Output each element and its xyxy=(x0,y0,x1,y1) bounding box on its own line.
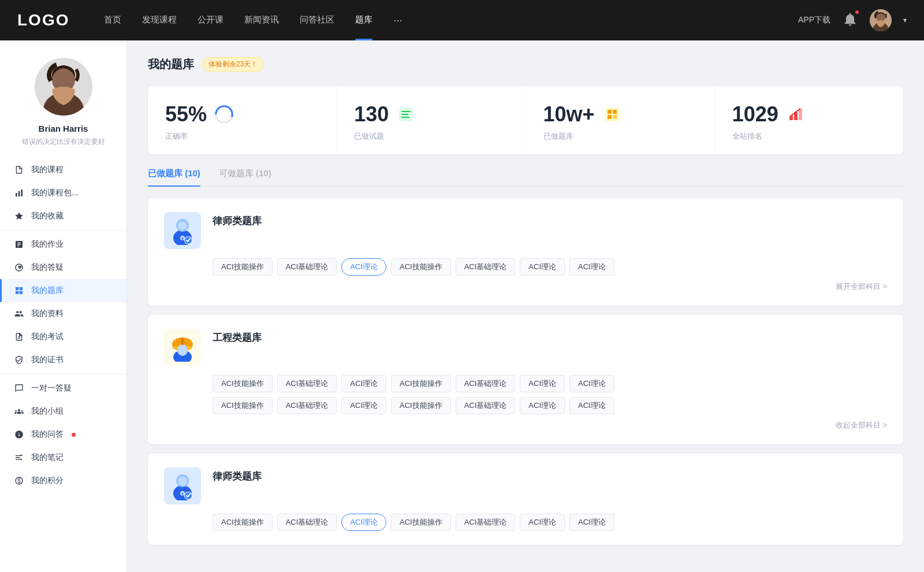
qbank-tabs: 已做题库 (10) 可做题库 (10) xyxy=(148,168,903,187)
qa-icon xyxy=(14,429,24,440)
nav-news[interactable]: 新闻资讯 xyxy=(244,14,279,27)
eng-tag-r1-4[interactable]: ACI基础理论 xyxy=(456,375,516,392)
app-download-link[interactable]: APP下载 xyxy=(798,15,830,25)
nav-discover[interactable]: 发现课程 xyxy=(142,14,177,27)
tag-1[interactable]: ACI基础理论 xyxy=(277,258,337,276)
eng-tag-r2-4[interactable]: ACI基础理论 xyxy=(456,397,516,414)
sidebar-item-certificates[interactable]: 我的证书 xyxy=(0,348,126,372)
note-icon xyxy=(14,452,24,463)
sidebar-label-notes: 我的笔记 xyxy=(31,452,64,463)
stat-value-ranking: 1029 xyxy=(732,102,778,127)
sidebar-item-my-qbank[interactable]: 我的题库 xyxy=(0,279,126,302)
l2-tag-6[interactable]: ACI理论 xyxy=(569,514,614,531)
qbank-tags-engineering-row2: ACI技能操作 ACI基础理论 ACI理论 ACI技能操作 ACI基础理论 AC… xyxy=(213,397,887,414)
tab-available-banks[interactable]: 可做题库 (10) xyxy=(219,168,271,186)
svg-rect-8 xyxy=(21,190,23,196)
eng-tag-r2-5[interactable]: ACI理论 xyxy=(520,397,565,414)
stat-ranking: 1029 全站排名 xyxy=(715,86,903,154)
eng-tag-r2-2[interactable]: ACI理论 xyxy=(341,397,386,414)
tag-6[interactable]: ACI理论 xyxy=(569,258,614,276)
tag-5[interactable]: ACI理论 xyxy=(520,258,565,276)
svg-rect-13 xyxy=(401,114,408,115)
eng-tag-r1-0[interactable]: ACI技能操作 xyxy=(213,375,273,392)
eng-tag-r1-3[interactable]: ACI技能操作 xyxy=(391,375,451,392)
eng-tag-r1-6[interactable]: ACI理论 xyxy=(569,375,614,392)
user-menu-chevron[interactable]: ▾ xyxy=(903,16,907,24)
user-avatar[interactable] xyxy=(870,9,892,31)
sidebar-item-my-qa[interactable]: 我的答疑 xyxy=(0,256,126,279)
l2-tag-1[interactable]: ACI基础理论 xyxy=(277,514,337,531)
stat-top-banks: 10w+ xyxy=(543,102,697,127)
sidebar-item-my-exams[interactable]: 我的考试 xyxy=(0,325,126,348)
nav-qa[interactable]: 问答社区 xyxy=(300,14,334,27)
collapse-link[interactable]: 收起全部科目 > xyxy=(164,420,887,430)
chat-icon xyxy=(14,383,24,393)
page-title: 我的题库 xyxy=(148,57,194,72)
page-header: 我的题库 体验剩余23天！ xyxy=(148,57,903,72)
svg-rect-6 xyxy=(16,193,17,196)
l2-tag-2-active[interactable]: ACI理论 xyxy=(341,514,386,531)
bar-icon xyxy=(14,188,24,198)
l2-tag-3[interactable]: ACI技能操作 xyxy=(391,514,451,531)
sidebar-label-favorites: 我的收藏 xyxy=(31,211,64,221)
logo[interactable]: LOGO xyxy=(17,11,69,29)
qbank-title-lawyer-2: 律师类题库 xyxy=(213,467,262,483)
stat-value-correct: 55% xyxy=(165,102,207,127)
tag-2-active[interactable]: ACI理论 xyxy=(341,258,386,276)
page-wrapper: Brian Harris 错误的决定比没有决定要好 我的课程 我的课程包... xyxy=(0,40,924,572)
nav-qbank[interactable]: 题库 xyxy=(355,14,372,27)
star-icon xyxy=(14,211,24,221)
eng-tag-r1-5[interactable]: ACI理论 xyxy=(520,375,565,392)
sidebar-label-my-courses: 我的课程 xyxy=(31,165,64,175)
nav-home[interactable]: 首页 xyxy=(104,14,121,27)
tag-3[interactable]: ACI技能操作 xyxy=(391,258,451,276)
qbank-title-lawyer-1: 律师类题库 xyxy=(213,212,262,228)
question-icon xyxy=(14,262,24,273)
tag-4[interactable]: ACI基础理论 xyxy=(456,258,516,276)
qbank-card-lawyer-1: 律师类题库 ACI技能操作 ACI基础理论 ACI理论 ACI技能操作 ACI基… xyxy=(148,198,903,306)
sidebar-user-name: Brian Harris xyxy=(39,124,88,133)
sidebar-navigation: 我的课程 我的课程包... 我的收藏 xyxy=(0,158,126,492)
sidebar-label-my-exams: 我的考试 xyxy=(31,332,64,342)
sidebar-item-tutoring[interactable]: 一对一答疑 xyxy=(0,377,126,400)
eng-tag-r2-1[interactable]: ACI基础理论 xyxy=(277,397,337,414)
sidebar-label-homework: 我的作业 xyxy=(31,239,64,250)
qbank-header-lawyer-1: 律师类题库 xyxy=(164,212,887,249)
l2-tag-5[interactable]: ACI理论 xyxy=(520,514,565,531)
nav-more[interactable]: ··· xyxy=(393,14,402,27)
sidebar-item-my-packages[interactable]: 我的课程包... xyxy=(0,181,126,205)
eng-tag-r1-1[interactable]: ACI基础理论 xyxy=(277,375,337,392)
expand-link-1[interactable]: 展开全部科目 > xyxy=(164,281,887,292)
nav-right-actions: APP下载 ▾ xyxy=(798,9,907,31)
sidebar-item-groups[interactable]: 我的小组 xyxy=(0,400,126,423)
sidebar-item-questions[interactable]: 我的问答 xyxy=(0,423,126,446)
tab-done-banks[interactable]: 已做题库 (10) xyxy=(148,168,200,186)
stat-top-questions: 130 xyxy=(354,102,508,127)
notification-bell[interactable] xyxy=(842,11,858,29)
sidebar-item-my-courses[interactable]: 我的课程 xyxy=(0,158,126,181)
sidebar-user-avatar xyxy=(35,58,92,116)
sidebar-item-homework[interactable]: 我的作业 xyxy=(0,233,126,256)
list-chart-icon xyxy=(396,104,416,125)
stat-top-correct: 55% xyxy=(165,102,319,127)
eng-tag-r2-3[interactable]: ACI技能操作 xyxy=(391,397,451,414)
eng-tag-r2-6[interactable]: ACI理论 xyxy=(569,397,614,414)
sidebar-item-points[interactable]: 我的积分 xyxy=(0,469,126,492)
l2-tag-0[interactable]: ACI技能操作 xyxy=(213,514,273,531)
sidebar-item-favorites[interactable]: 我的收藏 xyxy=(0,205,126,228)
lawyer-icon-2 xyxy=(164,467,201,504)
svg-point-33 xyxy=(177,344,188,356)
stat-banks-done: 10w+ 已做题库 xyxy=(526,86,715,154)
svg-rect-12 xyxy=(401,111,411,112)
sidebar-item-notes[interactable]: 我的笔记 xyxy=(0,446,126,469)
tag-0[interactable]: ACI技能操作 xyxy=(213,258,273,276)
eng-tag-r1-2[interactable]: ACI理论 xyxy=(341,375,386,392)
sidebar-label-my-data: 我的资料 xyxy=(31,309,64,319)
sidebar-label-questions: 我的问答 xyxy=(31,429,64,440)
eng-tag-r2-0[interactable]: ACI技能操作 xyxy=(213,397,273,414)
sidebar-item-my-data[interactable]: 我的资料 xyxy=(0,302,126,325)
l2-tag-4[interactable]: ACI基础理论 xyxy=(456,514,516,531)
doc2-icon xyxy=(14,332,24,342)
nav-open-course[interactable]: 公开课 xyxy=(198,14,223,27)
notification-badge xyxy=(854,9,860,15)
